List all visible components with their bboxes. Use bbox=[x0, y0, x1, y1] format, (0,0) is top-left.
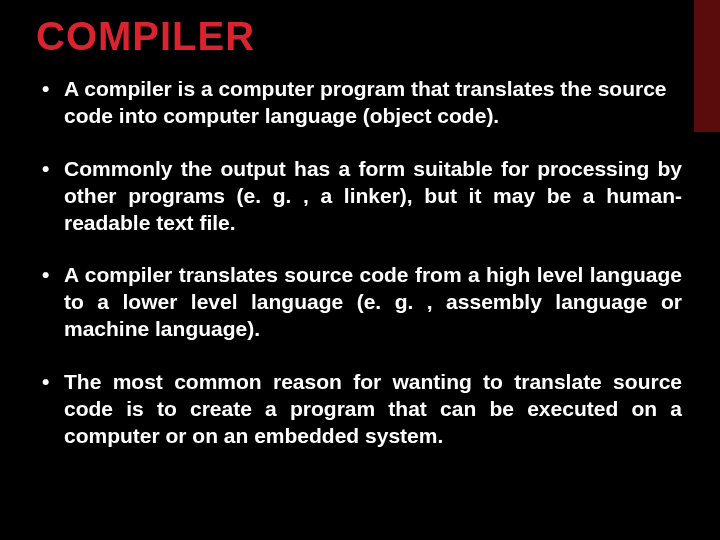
bullet-item: The most common reason for wanting to tr… bbox=[36, 369, 682, 450]
bullet-text: Commonly the output has a form suitable … bbox=[64, 157, 682, 234]
bullet-item: Commonly the output has a form suitable … bbox=[36, 156, 682, 237]
bullet-item: A compiler is a computer program that tr… bbox=[36, 76, 682, 130]
bullet-text: A compiler translates source code from a… bbox=[64, 263, 682, 340]
bullet-list: A compiler is a computer program that tr… bbox=[36, 76, 682, 450]
bullet-text: The most common reason for wanting to tr… bbox=[64, 370, 682, 447]
accent-bar bbox=[694, 0, 720, 132]
slide-content: A compiler is a computer program that tr… bbox=[36, 76, 682, 476]
slide-title: COMPILER bbox=[36, 14, 255, 59]
bullet-text: A compiler is a computer program that tr… bbox=[64, 77, 667, 127]
slide: COMPILER A compiler is a computer progra… bbox=[0, 0, 720, 540]
bullet-item: A compiler translates source code from a… bbox=[36, 262, 682, 343]
